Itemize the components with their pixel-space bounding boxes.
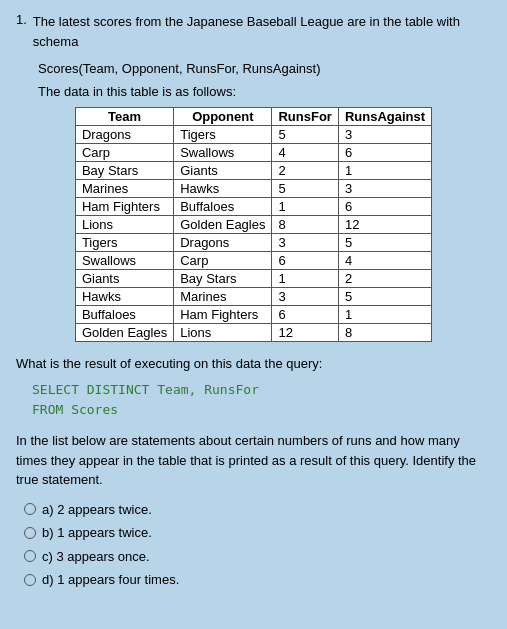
question-container: 1. The latest scores from the Japanese B… — [16, 12, 491, 590]
scores-table: Team Opponent RunsFor RunsAgainst Dragon… — [75, 107, 432, 342]
table-cell: Golden Eagles — [75, 324, 173, 342]
table-row: DragonsTigers53 — [75, 126, 431, 144]
table-cell: 1 — [272, 270, 338, 288]
table-row: Golden EaglesLions128 — [75, 324, 431, 342]
table-cell: Lions — [174, 324, 272, 342]
radio-button[interactable] — [24, 527, 36, 539]
table-cell: Tigers — [174, 126, 272, 144]
question-header: 1. The latest scores from the Japanese B… — [16, 12, 491, 51]
query-line2: FROM Scores — [32, 400, 491, 421]
table-cell: 3 — [272, 234, 338, 252]
table-cell: 6 — [272, 252, 338, 270]
option-label: a) 2 appears twice. — [42, 500, 152, 520]
radio-button[interactable] — [24, 503, 36, 515]
option-label: c) 3 appears once. — [42, 547, 150, 567]
option-item[interactable]: b) 1 appears twice. — [24, 523, 491, 543]
table-cell: 2 — [272, 162, 338, 180]
col-runsagainst: RunsAgainst — [338, 108, 431, 126]
col-team: Team — [75, 108, 173, 126]
option-item[interactable]: a) 2 appears twice. — [24, 500, 491, 520]
table-cell: 6 — [272, 306, 338, 324]
scores-table-wrapper: Team Opponent RunsFor RunsAgainst Dragon… — [16, 107, 491, 342]
table-cell: 5 — [338, 288, 431, 306]
table-cell: Ham Fighters — [75, 198, 173, 216]
table-cell: Giants — [75, 270, 173, 288]
option-label: b) 1 appears twice. — [42, 523, 152, 543]
table-row: SwallowsCarp64 — [75, 252, 431, 270]
table-row: TigersDragons35 — [75, 234, 431, 252]
table-cell: Carp — [75, 144, 173, 162]
table-cell: 5 — [272, 180, 338, 198]
table-cell: Ham Fighters — [174, 306, 272, 324]
radio-button[interactable] — [24, 550, 36, 562]
table-cell: Golden Eagles — [174, 216, 272, 234]
table-cell: Bay Stars — [174, 270, 272, 288]
table-cell: Bay Stars — [75, 162, 173, 180]
table-row: Ham FightersBuffaloes16 — [75, 198, 431, 216]
table-cell: 8 — [338, 324, 431, 342]
table-cell: 3 — [338, 180, 431, 198]
table-cell: Swallows — [75, 252, 173, 270]
question-intro: The latest scores from the Japanese Base… — [33, 12, 491, 51]
table-cell: 1 — [338, 162, 431, 180]
table-cell: 4 — [338, 252, 431, 270]
question-number: 1. — [16, 12, 27, 51]
table-row: HawksMarines35 — [75, 288, 431, 306]
table-cell: 2 — [338, 270, 431, 288]
table-cell: Dragons — [174, 234, 272, 252]
radio-button[interactable] — [24, 574, 36, 586]
table-cell: 1 — [272, 198, 338, 216]
result-text: In the list below are statements about c… — [16, 431, 491, 490]
table-cell: 8 — [272, 216, 338, 234]
table-cell: 6 — [338, 144, 431, 162]
table-cell: 4 — [272, 144, 338, 162]
table-cell: 3 — [272, 288, 338, 306]
table-cell: 3 — [338, 126, 431, 144]
table-cell: Tigers — [75, 234, 173, 252]
option-item[interactable]: c) 3 appears once. — [24, 547, 491, 567]
table-cell: 5 — [338, 234, 431, 252]
table-cell: Buffaloes — [174, 198, 272, 216]
query-line1: SELECT DISTINCT Team, RunsFor — [32, 380, 491, 401]
table-cell: Marines — [75, 180, 173, 198]
col-opponent: Opponent — [174, 108, 272, 126]
table-row: GiantsBay Stars12 — [75, 270, 431, 288]
table-cell: Swallows — [174, 144, 272, 162]
data-intro: The data in this table is as follows: — [38, 84, 491, 99]
table-row: BuffaloesHam Fighters61 — [75, 306, 431, 324]
table-cell: 12 — [338, 216, 431, 234]
table-cell: Lions — [75, 216, 173, 234]
table-cell: Hawks — [174, 180, 272, 198]
table-cell: 12 — [272, 324, 338, 342]
table-cell: 6 — [338, 198, 431, 216]
table-cell: 1 — [338, 306, 431, 324]
table-cell: Hawks — [75, 288, 173, 306]
table-cell: Carp — [174, 252, 272, 270]
table-cell: Buffaloes — [75, 306, 173, 324]
col-runsfor: RunsFor — [272, 108, 338, 126]
schema-line: Scores(Team, Opponent, RunsFor, RunsAgai… — [38, 61, 491, 76]
table-row: Bay StarsGiants21 — [75, 162, 431, 180]
option-item[interactable]: d) 1 appears four times. — [24, 570, 491, 590]
table-cell: 5 — [272, 126, 338, 144]
option-label: d) 1 appears four times. — [42, 570, 179, 590]
table-row: CarpSwallows46 — [75, 144, 431, 162]
table-row: MarinesHawks53 — [75, 180, 431, 198]
table-cell: Dragons — [75, 126, 173, 144]
options-list: a) 2 appears twice.b) 1 appears twice.c)… — [24, 500, 491, 590]
table-row: LionsGolden Eagles812 — [75, 216, 431, 234]
query-block: SELECT DISTINCT Team, RunsFor FROM Score… — [32, 380, 491, 422]
table-cell: Marines — [174, 288, 272, 306]
table-cell: Giants — [174, 162, 272, 180]
query-intro: What is the result of executing on this … — [16, 354, 491, 374]
